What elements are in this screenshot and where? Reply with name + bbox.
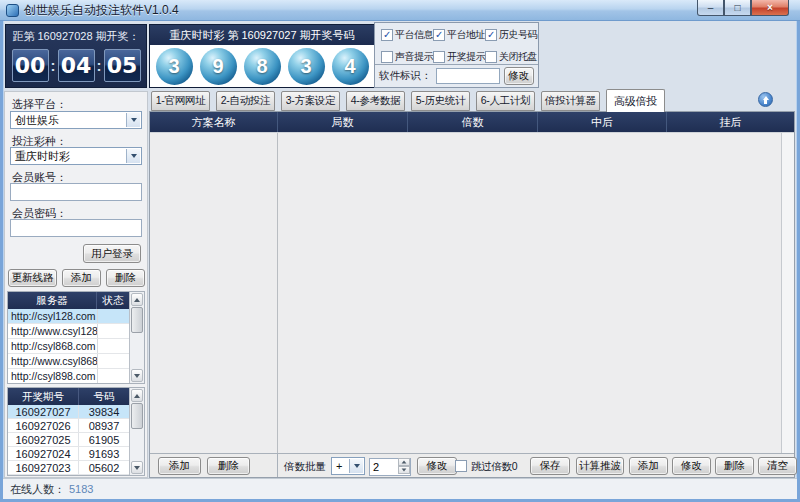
period-column-header[interactable]: 开奖期号 bbox=[8, 388, 79, 405]
options-panel: ✓ 平台信息 ✓ 平台地址 ✓ 历史号码 声音提示 开奖提示 bbox=[374, 22, 539, 88]
last-draw-numbers: 3 9 8 3 4 bbox=[150, 45, 374, 87]
server-row[interactable]: http://csyl868.com bbox=[8, 339, 129, 354]
update-lines-button[interactable]: 更新线路 bbox=[8, 269, 57, 287]
scheme-name-column-header[interactable]: 方案名称 bbox=[150, 112, 277, 132]
checkbox-platform-info[interactable]: ✓ 平台信息 bbox=[381, 28, 433, 42]
tab-manual-plan[interactable]: 6-人工计划 bbox=[476, 91, 535, 111]
checkbox-icon[interactable]: ✓ bbox=[433, 29, 445, 41]
chevron-down-icon[interactable] bbox=[126, 149, 140, 163]
login-button[interactable]: 用户登录 bbox=[83, 244, 141, 263]
tab-official-site[interactable]: 1-官网网址 bbox=[151, 91, 210, 111]
checkbox-close-tray[interactable]: 关闭托盘 bbox=[485, 50, 537, 64]
row-modify-button[interactable]: 修改 bbox=[672, 457, 711, 475]
scrollbar-thumb[interactable] bbox=[131, 403, 143, 429]
calc-wave-button[interactable]: 计算推波 bbox=[576, 457, 624, 475]
draw-row[interactable]: 160927023 05602 bbox=[8, 461, 129, 475]
row-add-button[interactable]: 添加 bbox=[629, 457, 668, 475]
clear-button[interactable]: 清空 bbox=[758, 457, 797, 475]
draw-number: 05602 bbox=[79, 461, 129, 474]
last-draw-header: 重庆时时彩 第 160927027 期开奖号码 bbox=[150, 25, 374, 45]
software-id-modify-button[interactable]: 修改 bbox=[504, 67, 535, 85]
scroll-down-icon[interactable] bbox=[131, 461, 143, 474]
add-line-button[interactable]: 添加 bbox=[62, 269, 101, 287]
maximize-button[interactable]: □ bbox=[724, 0, 751, 16]
password-input[interactable] bbox=[10, 219, 142, 237]
platform-select[interactable]: 创世娱乐 bbox=[10, 111, 142, 129]
server-row[interactable]: http://www.csyl128.co... bbox=[8, 324, 129, 339]
scheme-add-button[interactable]: 添加 bbox=[158, 457, 201, 475]
scrollbar-thumb[interactable] bbox=[131, 307, 143, 333]
minimize-button[interactable]: – bbox=[697, 0, 724, 16]
stepper-up-icon[interactable] bbox=[398, 458, 410, 466]
checkbox-sound-alert[interactable]: 声音提示 bbox=[381, 50, 433, 64]
draw-row[interactable]: 160927025 61905 bbox=[8, 433, 129, 447]
draw-number: 39834 bbox=[79, 405, 129, 418]
save-button[interactable]: 保存 bbox=[530, 457, 570, 475]
last-draw-panel: 重庆时时彩 第 160927027 期开奖号码 3 9 8 3 4 bbox=[149, 24, 375, 88]
checkbox-label: 关闭托盘 bbox=[499, 50, 537, 64]
operator-select[interactable]: + bbox=[331, 457, 365, 475]
close-button[interactable]: × bbox=[751, 0, 789, 16]
tab-advanced-multiplier[interactable]: 高级倍投 bbox=[606, 89, 665, 112]
server-status bbox=[97, 309, 129, 323]
scroll-up-icon[interactable] bbox=[131, 389, 143, 402]
scroll-top-icon[interactable] bbox=[758, 92, 773, 107]
lottery-ball: 4 bbox=[332, 48, 369, 85]
checkbox-icon[interactable]: ✓ bbox=[381, 29, 393, 41]
draw-row[interactable]: 160927024 91693 bbox=[8, 447, 129, 461]
tab-auto-bet[interactable]: 2-自动投注 bbox=[216, 91, 275, 111]
countdown-panel: 距第 160927028 期开奖： 00 : 04 : 05 bbox=[5, 24, 147, 88]
after-loss-column-header[interactable]: 挂后 bbox=[666, 112, 794, 132]
amount-stepper[interactable] bbox=[369, 457, 411, 475]
scroll-down-icon[interactable] bbox=[131, 369, 143, 382]
countdown-minutes: 04 bbox=[58, 49, 95, 82]
scheme-table-scrollbar[interactable] bbox=[781, 133, 794, 453]
scheme-table-body bbox=[150, 132, 794, 453]
server-status bbox=[97, 354, 129, 368]
tab-reference-data[interactable]: 4-参考数据 bbox=[346, 91, 405, 111]
skip-zero-checkbox[interactable] bbox=[455, 460, 467, 472]
draw-row[interactable]: 160927026 08937 bbox=[8, 419, 129, 433]
checkbox-history-numbers[interactable]: ✓ 历史号码 bbox=[485, 28, 537, 42]
rounds-column-header[interactable]: 局数 bbox=[277, 112, 407, 132]
scroll-up-icon[interactable] bbox=[131, 293, 143, 306]
stepper-down-icon[interactable] bbox=[398, 466, 410, 474]
checkbox-label: 声音提示 bbox=[395, 50, 433, 64]
number-column-header[interactable]: 号码 bbox=[79, 388, 129, 405]
chevron-down-icon[interactable] bbox=[349, 459, 363, 473]
checkbox-icon[interactable] bbox=[433, 51, 445, 63]
server-row[interactable]: http://csyl898.com bbox=[8, 369, 129, 383]
tab-multiplier-calc[interactable]: 倍投计算器 bbox=[541, 91, 600, 111]
server-row[interactable]: http://csyl128.com bbox=[8, 309, 129, 324]
server-table: 服务器 状态 http://csyl128.com http://www.csy… bbox=[7, 291, 145, 384]
status-column-header[interactable]: 状态 bbox=[97, 292, 129, 309]
draw-table-scrollbar[interactable] bbox=[129, 388, 144, 475]
row-delete-button[interactable]: 删除 bbox=[715, 457, 754, 475]
draw-period: 160927026 bbox=[8, 419, 79, 432]
checkbox-platform-address[interactable]: ✓ 平台地址 bbox=[433, 28, 485, 42]
draw-row[interactable]: 160927027 39834 bbox=[8, 405, 129, 419]
draw-history-table: 开奖期号 号码 160927027 39834 160927026 08937 … bbox=[7, 387, 145, 476]
scheme-delete-button[interactable]: 删除 bbox=[207, 457, 250, 475]
after-win-column-header[interactable]: 中后 bbox=[537, 112, 666, 132]
checkbox-label: 平台地址 bbox=[447, 28, 485, 42]
server-row[interactable]: http://www.csyl868.co... bbox=[8, 354, 129, 369]
online-count-label: 在线人数： bbox=[10, 482, 65, 497]
software-id-input[interactable] bbox=[436, 68, 500, 84]
delete-line-button[interactable]: 删除 bbox=[106, 269, 145, 287]
batch-modify-button[interactable]: 修改 bbox=[417, 457, 457, 475]
chevron-down-icon[interactable] bbox=[126, 113, 140, 127]
server-table-scrollbar[interactable] bbox=[129, 292, 144, 383]
checkbox-icon[interactable] bbox=[485, 51, 497, 63]
checkbox-icon[interactable] bbox=[381, 51, 393, 63]
checkbox-draw-alert[interactable]: 开奖提示 bbox=[433, 50, 485, 64]
multiplier-column-header[interactable]: 倍数 bbox=[407, 112, 537, 132]
tab-history-stats[interactable]: 5-历史统计 bbox=[411, 91, 470, 111]
tab-plan-settings[interactable]: 3-方案设定 bbox=[281, 91, 340, 111]
checkbox-icon[interactable]: ✓ bbox=[485, 29, 497, 41]
scheme-table: 方案名称 局数 倍数 中后 挂后 添加 删除 倍数批量 bbox=[149, 111, 795, 478]
server-column-header[interactable]: 服务器 bbox=[8, 292, 97, 309]
lottery-select[interactable]: 重庆时时彩 bbox=[10, 147, 142, 165]
account-input[interactable] bbox=[10, 183, 142, 201]
draw-period: 160927027 bbox=[8, 405, 79, 418]
